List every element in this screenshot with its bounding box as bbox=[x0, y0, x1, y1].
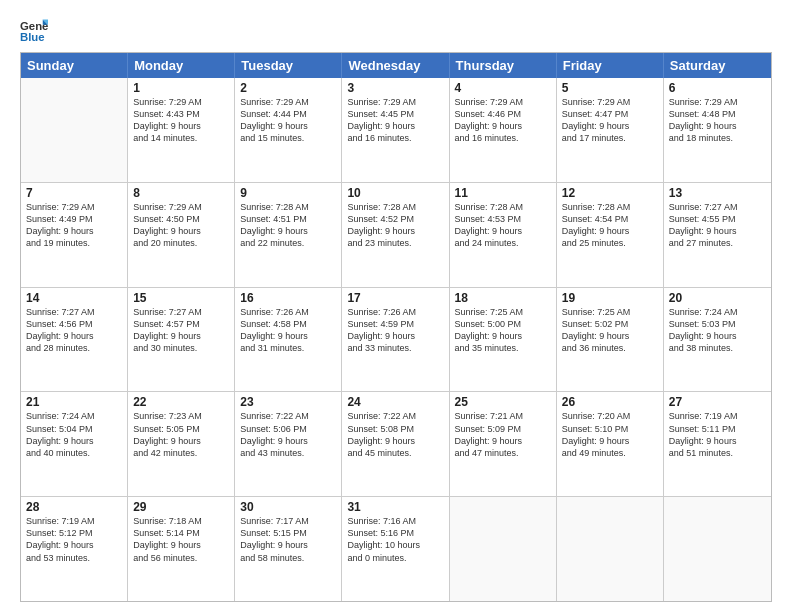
day-info: Sunrise: 7:28 AM Sunset: 4:53 PM Dayligh… bbox=[455, 201, 551, 250]
calendar-cell: 2Sunrise: 7:29 AM Sunset: 4:44 PM Daylig… bbox=[235, 78, 342, 182]
day-info: Sunrise: 7:22 AM Sunset: 5:08 PM Dayligh… bbox=[347, 410, 443, 459]
day-info: Sunrise: 7:29 AM Sunset: 4:44 PM Dayligh… bbox=[240, 96, 336, 145]
day-info: Sunrise: 7:19 AM Sunset: 5:12 PM Dayligh… bbox=[26, 515, 122, 564]
day-info: Sunrise: 7:18 AM Sunset: 5:14 PM Dayligh… bbox=[133, 515, 229, 564]
calendar-cell: 8Sunrise: 7:29 AM Sunset: 4:50 PM Daylig… bbox=[128, 183, 235, 287]
calendar-cell: 11Sunrise: 7:28 AM Sunset: 4:53 PM Dayli… bbox=[450, 183, 557, 287]
calendar-cell: 23Sunrise: 7:22 AM Sunset: 5:06 PM Dayli… bbox=[235, 392, 342, 496]
day-number: 11 bbox=[455, 186, 551, 200]
day-number: 26 bbox=[562, 395, 658, 409]
calendar-cell bbox=[557, 497, 664, 601]
day-info: Sunrise: 7:28 AM Sunset: 4:54 PM Dayligh… bbox=[562, 201, 658, 250]
calendar-cell: 12Sunrise: 7:28 AM Sunset: 4:54 PM Dayli… bbox=[557, 183, 664, 287]
day-number: 8 bbox=[133, 186, 229, 200]
day-number: 3 bbox=[347, 81, 443, 95]
calendar-cell: 20Sunrise: 7:24 AM Sunset: 5:03 PM Dayli… bbox=[664, 288, 771, 392]
calendar-cell: 9Sunrise: 7:28 AM Sunset: 4:51 PM Daylig… bbox=[235, 183, 342, 287]
calendar-cell: 5Sunrise: 7:29 AM Sunset: 4:47 PM Daylig… bbox=[557, 78, 664, 182]
day-number: 29 bbox=[133, 500, 229, 514]
calendar-cell: 21Sunrise: 7:24 AM Sunset: 5:04 PM Dayli… bbox=[21, 392, 128, 496]
day-info: Sunrise: 7:24 AM Sunset: 5:04 PM Dayligh… bbox=[26, 410, 122, 459]
day-info: Sunrise: 7:29 AM Sunset: 4:46 PM Dayligh… bbox=[455, 96, 551, 145]
calendar-cell: 27Sunrise: 7:19 AM Sunset: 5:11 PM Dayli… bbox=[664, 392, 771, 496]
day-number: 12 bbox=[562, 186, 658, 200]
calendar: SundayMondayTuesdayWednesdayThursdayFrid… bbox=[20, 52, 772, 602]
day-number: 30 bbox=[240, 500, 336, 514]
calendar-cell: 29Sunrise: 7:18 AM Sunset: 5:14 PM Dayli… bbox=[128, 497, 235, 601]
day-number: 24 bbox=[347, 395, 443, 409]
day-number: 5 bbox=[562, 81, 658, 95]
calendar-cell: 3Sunrise: 7:29 AM Sunset: 4:45 PM Daylig… bbox=[342, 78, 449, 182]
day-number: 16 bbox=[240, 291, 336, 305]
day-number: 18 bbox=[455, 291, 551, 305]
day-info: Sunrise: 7:20 AM Sunset: 5:10 PM Dayligh… bbox=[562, 410, 658, 459]
page-header: General Blue bbox=[20, 16, 772, 44]
calendar-cell bbox=[450, 497, 557, 601]
header-cell-monday: Monday bbox=[128, 53, 235, 78]
day-number: 23 bbox=[240, 395, 336, 409]
day-info: Sunrise: 7:28 AM Sunset: 4:52 PM Dayligh… bbox=[347, 201, 443, 250]
calendar-row: 14Sunrise: 7:27 AM Sunset: 4:56 PM Dayli… bbox=[21, 288, 771, 393]
calendar-cell: 10Sunrise: 7:28 AM Sunset: 4:52 PM Dayli… bbox=[342, 183, 449, 287]
day-info: Sunrise: 7:24 AM Sunset: 5:03 PM Dayligh… bbox=[669, 306, 766, 355]
day-number: 22 bbox=[133, 395, 229, 409]
day-number: 21 bbox=[26, 395, 122, 409]
day-info: Sunrise: 7:27 AM Sunset: 4:57 PM Dayligh… bbox=[133, 306, 229, 355]
day-number: 6 bbox=[669, 81, 766, 95]
day-number: 20 bbox=[669, 291, 766, 305]
day-info: Sunrise: 7:19 AM Sunset: 5:11 PM Dayligh… bbox=[669, 410, 766, 459]
calendar-cell: 7Sunrise: 7:29 AM Sunset: 4:49 PM Daylig… bbox=[21, 183, 128, 287]
day-info: Sunrise: 7:17 AM Sunset: 5:15 PM Dayligh… bbox=[240, 515, 336, 564]
header-cell-tuesday: Tuesday bbox=[235, 53, 342, 78]
header-cell-sunday: Sunday bbox=[21, 53, 128, 78]
day-info: Sunrise: 7:29 AM Sunset: 4:47 PM Dayligh… bbox=[562, 96, 658, 145]
calendar-cell: 17Sunrise: 7:26 AM Sunset: 4:59 PM Dayli… bbox=[342, 288, 449, 392]
calendar-cell bbox=[664, 497, 771, 601]
day-info: Sunrise: 7:25 AM Sunset: 5:00 PM Dayligh… bbox=[455, 306, 551, 355]
calendar-cell: 6Sunrise: 7:29 AM Sunset: 4:48 PM Daylig… bbox=[664, 78, 771, 182]
day-number: 1 bbox=[133, 81, 229, 95]
day-number: 9 bbox=[240, 186, 336, 200]
day-info: Sunrise: 7:22 AM Sunset: 5:06 PM Dayligh… bbox=[240, 410, 336, 459]
calendar-cell: 24Sunrise: 7:22 AM Sunset: 5:08 PM Dayli… bbox=[342, 392, 449, 496]
header-cell-friday: Friday bbox=[557, 53, 664, 78]
calendar-cell: 16Sunrise: 7:26 AM Sunset: 4:58 PM Dayli… bbox=[235, 288, 342, 392]
day-info: Sunrise: 7:26 AM Sunset: 4:58 PM Dayligh… bbox=[240, 306, 336, 355]
calendar-cell: 19Sunrise: 7:25 AM Sunset: 5:02 PM Dayli… bbox=[557, 288, 664, 392]
day-number: 25 bbox=[455, 395, 551, 409]
day-number: 13 bbox=[669, 186, 766, 200]
day-info: Sunrise: 7:27 AM Sunset: 4:56 PM Dayligh… bbox=[26, 306, 122, 355]
day-info: Sunrise: 7:29 AM Sunset: 4:45 PM Dayligh… bbox=[347, 96, 443, 145]
day-number: 27 bbox=[669, 395, 766, 409]
day-info: Sunrise: 7:29 AM Sunset: 4:49 PM Dayligh… bbox=[26, 201, 122, 250]
day-number: 19 bbox=[562, 291, 658, 305]
calendar-cell: 28Sunrise: 7:19 AM Sunset: 5:12 PM Dayli… bbox=[21, 497, 128, 601]
day-info: Sunrise: 7:16 AM Sunset: 5:16 PM Dayligh… bbox=[347, 515, 443, 564]
day-number: 4 bbox=[455, 81, 551, 95]
day-number: 31 bbox=[347, 500, 443, 514]
calendar-header: SundayMondayTuesdayWednesdayThursdayFrid… bbox=[21, 53, 771, 78]
day-info: Sunrise: 7:29 AM Sunset: 4:48 PM Dayligh… bbox=[669, 96, 766, 145]
day-number: 10 bbox=[347, 186, 443, 200]
calendar-cell: 15Sunrise: 7:27 AM Sunset: 4:57 PM Dayli… bbox=[128, 288, 235, 392]
day-info: Sunrise: 7:25 AM Sunset: 5:02 PM Dayligh… bbox=[562, 306, 658, 355]
calendar-row: 7Sunrise: 7:29 AM Sunset: 4:49 PM Daylig… bbox=[21, 183, 771, 288]
calendar-cell: 14Sunrise: 7:27 AM Sunset: 4:56 PM Dayli… bbox=[21, 288, 128, 392]
calendar-cell: 18Sunrise: 7:25 AM Sunset: 5:00 PM Dayli… bbox=[450, 288, 557, 392]
calendar-cell: 30Sunrise: 7:17 AM Sunset: 5:15 PM Dayli… bbox=[235, 497, 342, 601]
header-cell-wednesday: Wednesday bbox=[342, 53, 449, 78]
header-cell-saturday: Saturday bbox=[664, 53, 771, 78]
calendar-cell bbox=[21, 78, 128, 182]
day-number: 7 bbox=[26, 186, 122, 200]
calendar-body: 1Sunrise: 7:29 AM Sunset: 4:43 PM Daylig… bbox=[21, 78, 771, 601]
logo: General Blue bbox=[20, 16, 52, 44]
day-number: 17 bbox=[347, 291, 443, 305]
day-number: 28 bbox=[26, 500, 122, 514]
day-info: Sunrise: 7:29 AM Sunset: 4:43 PM Dayligh… bbox=[133, 96, 229, 145]
calendar-cell: 31Sunrise: 7:16 AM Sunset: 5:16 PM Dayli… bbox=[342, 497, 449, 601]
calendar-cell: 4Sunrise: 7:29 AM Sunset: 4:46 PM Daylig… bbox=[450, 78, 557, 182]
calendar-cell: 13Sunrise: 7:27 AM Sunset: 4:55 PM Dayli… bbox=[664, 183, 771, 287]
day-info: Sunrise: 7:27 AM Sunset: 4:55 PM Dayligh… bbox=[669, 201, 766, 250]
calendar-cell: 22Sunrise: 7:23 AM Sunset: 5:05 PM Dayli… bbox=[128, 392, 235, 496]
logo-icon: General Blue bbox=[20, 16, 48, 44]
